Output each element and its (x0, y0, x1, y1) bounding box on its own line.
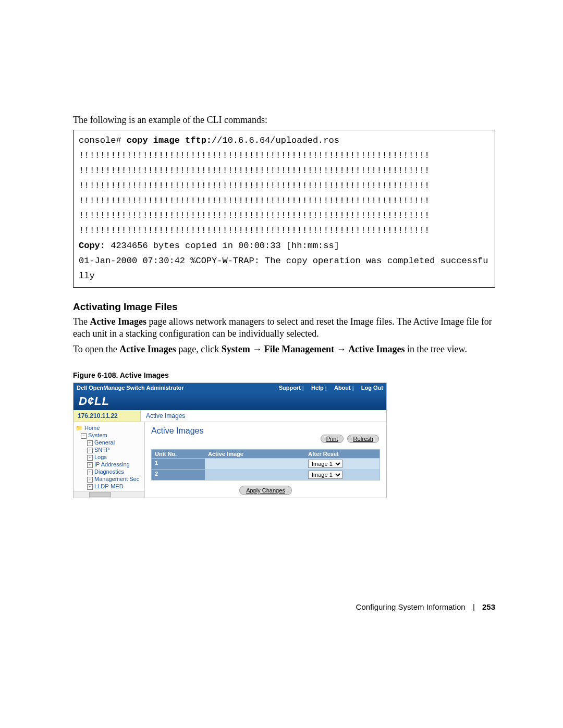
col-active: Active Image (205, 450, 305, 458)
apply-row: Apply Changes (151, 486, 380, 495)
tree-item-logs[interactable]: +Logs (87, 453, 143, 461)
about-link[interactable]: About (334, 385, 351, 391)
col-unit: Unit No. (152, 450, 205, 458)
tree-item-sntp[interactable]: +SNTP (87, 446, 143, 453)
tree-item-general[interactable]: +General (87, 439, 143, 446)
panel-action-buttons: Print Refresh (319, 435, 379, 443)
tree-item-mgmtsec[interactable]: +Management Sec (87, 475, 143, 483)
cell-after: Image 1 (305, 470, 374, 480)
page-number: 253 (482, 602, 495, 611)
tree-label: IP Addressing (94, 461, 130, 467)
tree-item-lldpmed[interactable]: +LLDP-MED (87, 483, 143, 490)
cli-copy-rest: 4234656 bytes copied in 00:00:33 [hh:mm:… (105, 241, 339, 251)
cli-progress-3: !!!!!!!!!!!!!!!!!!!!!!!!!!!!!!!!!!!!!!!!… (79, 181, 430, 191)
tree-home[interactable]: 📁 Home (76, 424, 143, 431)
dell-logo: D¢LL (79, 394, 109, 408)
cli-prompt: console# (79, 135, 127, 145)
scrollbar-thumb[interactable] (89, 492, 111, 497)
logo-row: D¢LL (74, 392, 386, 410)
tree-label: SNTP (94, 447, 109, 453)
tree-item-ipaddressing[interactable]: +IP Addressing (87, 461, 143, 468)
breadcrumb-row: 176.210.11.22 Active Images (74, 410, 386, 422)
breadcrumb: Active Images (141, 410, 190, 422)
expand-icon[interactable]: + (87, 470, 93, 475)
table-row: 2 Image 1 (152, 469, 380, 480)
para2-b: Active Images (119, 344, 176, 354)
figure-caption: Figure 6-108. Active Images (73, 371, 495, 379)
help-link[interactable]: Help (311, 385, 324, 391)
tree-scrollbar[interactable] (74, 491, 144, 498)
device-ip: 176.210.11.22 (74, 410, 141, 422)
expand-icon[interactable]: + (87, 477, 93, 483)
topbar-sep: | (302, 385, 304, 391)
cell-active (205, 459, 305, 469)
tree-label: LLDP-MED (94, 483, 124, 489)
para2-c: page, click (176, 344, 222, 354)
cell-unit: 1 (152, 459, 205, 469)
para2-h: Active Images (348, 344, 405, 354)
para2-a: To open the (73, 344, 119, 354)
cli-progress-2: !!!!!!!!!!!!!!!!!!!!!!!!!!!!!!!!!!!!!!!!… (79, 166, 430, 176)
footer-divider: | (473, 602, 475, 611)
expand-icon[interactable]: + (87, 484, 93, 490)
topbar-sep: | (352, 385, 354, 391)
page-footer: Configuring System Information | 253 (73, 602, 495, 611)
cli-code-block: console# copy image tftp://10.6.6.64/upl… (73, 130, 495, 288)
para2-d: System (222, 344, 250, 354)
after-reset-select-2[interactable]: Image 1 (308, 471, 342, 479)
cell-active (205, 470, 305, 480)
expand-icon[interactable]: + (87, 440, 93, 446)
para-2: To open the Active Images page, click Sy… (73, 343, 495, 355)
cli-command: copy image tftp: (127, 135, 212, 145)
para2-e: → (250, 344, 264, 354)
expand-icon[interactable]: + (87, 448, 93, 453)
para1-b: Active Images (90, 316, 146, 327)
active-images-table: Unit No. Active Image After Reset 1 Imag… (151, 449, 380, 480)
nav-tree[interactable]: 📁 Home −System +General +SNTP +Logs +IP … (74, 422, 145, 498)
topbar-links: Support| Help| About| Log Out (275, 385, 383, 391)
table-header: Unit No. Active Image After Reset (152, 450, 380, 458)
cli-trap-line: 01-Jan-2000 07:30:42 %COPY-W-TRAP: The c… (79, 256, 488, 281)
cli-progress-6: !!!!!!!!!!!!!!!!!!!!!!!!!!!!!!!!!!!!!!!!… (79, 226, 430, 236)
section-heading: Activating Image Files (73, 301, 495, 313)
app-titlebar: Dell OpenManage Switch Administrator Sup… (74, 383, 386, 392)
screenshot-active-images: Dell OpenManage Switch Administrator Sup… (73, 382, 387, 498)
app-title: Dell OpenManage Switch Administrator (77, 385, 184, 391)
intro-text: The following is an example of the CLI c… (73, 115, 495, 126)
refresh-button[interactable]: Refresh (347, 435, 379, 443)
cell-unit: 2 (152, 470, 205, 480)
para2-i: in the tree view. (405, 344, 467, 354)
tree-label: Logs (94, 454, 107, 460)
cli-progress-4: !!!!!!!!!!!!!!!!!!!!!!!!!!!!!!!!!!!!!!!!… (79, 196, 430, 206)
logout-link[interactable]: Log Out (361, 385, 383, 391)
expand-icon[interactable]: + (87, 455, 93, 461)
print-button[interactable]: Print (321, 435, 344, 443)
para-1: The Active Images page allows network ma… (73, 316, 495, 340)
cell-after: Image 1 (305, 459, 374, 469)
tree-label: Diagnostics (94, 468, 124, 475)
cli-copy-label: Copy: (79, 241, 105, 251)
expand-icon[interactable]: + (87, 462, 93, 468)
footer-section: Configuring System Information (356, 602, 466, 611)
para1-a: The (73, 316, 90, 327)
main-panel: Active Images Print Refresh Unit No. Act… (145, 422, 386, 498)
cli-progress-1: !!!!!!!!!!!!!!!!!!!!!!!!!!!!!!!!!!!!!!!!… (79, 151, 430, 161)
after-reset-select-1[interactable]: Image 1 (308, 460, 342, 468)
apply-changes-button[interactable]: Apply Changes (239, 486, 292, 495)
tree-label: General (94, 439, 115, 446)
support-link[interactable]: Support (279, 385, 301, 391)
cli-progress-5: !!!!!!!!!!!!!!!!!!!!!!!!!!!!!!!!!!!!!!!!… (79, 211, 430, 220)
topbar-sep: | (325, 385, 327, 391)
tree-item-diagnostics[interactable]: +Diagnostics (87, 468, 143, 475)
table-row: 1 Image 1 (152, 458, 380, 469)
para2-f: File Management (264, 344, 334, 354)
para2-g: → (334, 344, 348, 354)
tree-system-label: System (88, 432, 107, 438)
tree-system[interactable]: −System (81, 431, 143, 439)
tree-label: Management Sec (94, 476, 139, 482)
cli-command-tail: //10.6.6.64/uploaded.ros (212, 135, 339, 145)
tree-home-label: Home (84, 425, 100, 431)
col-after: After Reset (305, 450, 374, 458)
collapse-icon[interactable]: − (81, 433, 87, 439)
